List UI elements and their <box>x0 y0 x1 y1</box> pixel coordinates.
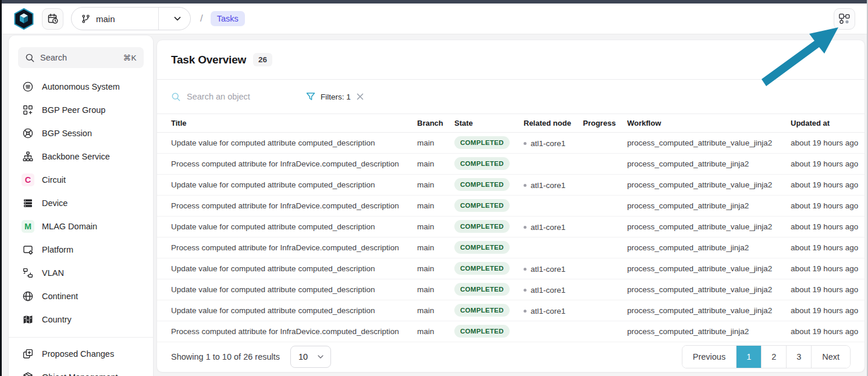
task-progress <box>583 195 627 216</box>
table-row[interactable]: Process computed attribute for InfraDevi… <box>157 321 865 342</box>
bgp-peer-group-icon <box>22 104 34 116</box>
sidebar-item-bgp-peer-group[interactable]: BGP Peer Group <box>18 98 144 122</box>
column-updated-at: Updated at <box>791 114 865 132</box>
clear-filters-icon[interactable] <box>356 93 364 101</box>
sidebar-item-label: Autonomous System <box>42 82 120 91</box>
node-dot-icon <box>524 184 527 187</box>
schema-icon <box>838 13 851 25</box>
task-workflow: process_computed_attribute_value_jinja2 <box>627 216 791 237</box>
task-branch: main <box>417 132 454 153</box>
table-row[interactable]: Process computed attribute for InfraDevi… <box>157 237 865 258</box>
table-row[interactable]: Update value for computed attribute comp… <box>157 216 865 237</box>
table-header-row: Title Branch State Related node Progress… <box>157 114 865 132</box>
top-navigation-bar: main / Tasks <box>2 3 867 34</box>
task-progress <box>583 174 627 195</box>
related-node: atl1-core1 <box>524 307 565 315</box>
infrahub-logo-icon <box>14 8 34 30</box>
branch-name: main <box>96 14 153 24</box>
pagination-next-button[interactable]: Next <box>811 346 850 368</box>
results-summary: Showing 1 to 10 of 26 results <box>171 352 280 361</box>
chevron-down-icon <box>316 353 325 361</box>
sidebar-item-backbone-service[interactable]: Backbone Service <box>18 145 144 168</box>
sidebar-item-label: BGP Session <box>42 129 92 138</box>
related-node: atl1-core1 <box>524 223 565 232</box>
task-workflow: process_computed_attribute_value_jinja2 <box>627 174 791 195</box>
task-progress <box>583 153 627 174</box>
status-badge: COMPLETED <box>454 178 510 191</box>
table-row[interactable]: Process computed attribute for InfraDevi… <box>157 195 865 216</box>
branch-selector[interactable]: main <box>71 7 191 30</box>
node-dot-icon <box>524 289 527 292</box>
task-progress <box>583 321 627 342</box>
sidebar-search[interactable]: Search ⌘K <box>18 47 144 68</box>
task-updated-at: about 19 hours ago <box>791 321 865 342</box>
task-progress <box>583 300 627 321</box>
status-badge: COMPLETED <box>454 157 510 170</box>
filter-bar: Search an object Filters: 1 <box>157 80 865 114</box>
status-badge: COMPLETED <box>454 325 510 338</box>
card-header: Task Overview 26 <box>157 40 865 80</box>
pagination-page-2[interactable]: 2 <box>761 346 786 368</box>
letter-c-icon: C <box>22 173 34 186</box>
task-title: Process computed attribute for InfraDevi… <box>157 237 417 258</box>
table-row[interactable]: Update value for computed attribute comp… <box>157 132 865 153</box>
sidebar-item-platform[interactable]: Platform <box>18 238 144 261</box>
sidebar-item-device[interactable]: Device <box>18 191 144 215</box>
status-badge: COMPLETED <box>454 304 510 317</box>
schema-visualizer-button[interactable] <box>834 8 855 30</box>
breadcrumb-tasks[interactable]: Tasks <box>211 11 245 26</box>
column-related-node: Related node <box>524 114 583 132</box>
table-row[interactable]: Update value for computed attribute comp… <box>157 300 865 321</box>
table-row[interactable]: Update value for computed attribute comp… <box>157 279 865 300</box>
page-size-select[interactable]: 10 <box>290 346 331 368</box>
sidebar-item-label: MLAG Domain <box>42 222 97 231</box>
pagination-page-1[interactable]: 1 <box>736 346 761 368</box>
sidebar-item-label: Circuit <box>42 175 66 185</box>
filters-count-label: Filters: 1 <box>321 93 351 101</box>
task-branch: main <box>417 258 454 279</box>
table-row[interactable]: Process computed attribute for InfraDevi… <box>157 153 865 174</box>
task-title: Process computed attribute for InfraDevi… <box>157 321 417 342</box>
time-travel-button[interactable] <box>42 8 63 30</box>
table-row[interactable]: Update value for computed attribute comp… <box>157 258 865 279</box>
table-row[interactable]: Update value for computed attribute comp… <box>157 174 865 195</box>
sidebar-item-vlan[interactable]: VLAN <box>18 261 144 285</box>
task-branch: main <box>417 300 454 321</box>
sidebar-item-object-management[interactable]: Object Management <box>18 366 144 376</box>
task-branch: main <box>417 321 454 342</box>
git-branch-icon <box>81 14 91 24</box>
sidebar-item-label: Backbone Service <box>42 152 110 161</box>
pagination-previous-button[interactable]: Previous <box>682 346 736 368</box>
task-updated-at: about 19 hours ago <box>791 132 865 153</box>
bgp-session-icon <box>22 127 34 140</box>
task-branch: main <box>417 279 454 300</box>
task-branch: main <box>417 195 454 216</box>
column-workflow: Workflow <box>627 114 791 132</box>
filter-funnel-icon[interactable] <box>306 92 315 101</box>
task-title: Update value for computed attribute comp… <box>157 300 417 321</box>
infrahub-logo[interactable] <box>13 8 34 30</box>
node-dot-icon <box>524 226 527 229</box>
status-badge: COMPLETED <box>454 199 510 212</box>
sidebar-item-mlag-domain[interactable]: MMLAG Domain <box>18 215 144 238</box>
sidebar-item-label: VLAN <box>42 268 64 278</box>
sidebar-item-bgp-session[interactable]: BGP Session <box>18 122 144 145</box>
related-node: atl1-core1 <box>524 286 565 295</box>
sidebar-item-autonomous-system[interactable]: Autonomous System <box>18 75 144 98</box>
sidebar-item-circuit[interactable]: CCircuit <box>18 168 144 191</box>
sidebar-item-country[interactable]: Country <box>18 308 144 331</box>
object-search-input[interactable]: Search an object <box>171 92 298 102</box>
breadcrumb-separator: / <box>200 13 203 24</box>
task-title: Update value for computed attribute comp… <box>157 132 417 153</box>
task-workflow: process_computed_attribute_value_jinja2 <box>627 132 791 153</box>
sidebar-item-continent[interactable]: Continent <box>18 285 144 308</box>
task-updated-at: about 19 hours ago <box>791 258 865 279</box>
task-updated-at: about 19 hours ago <box>791 216 865 237</box>
related-node: atl1-core1 <box>524 265 565 274</box>
sidebar-item-proposed-changes[interactable]: Proposed Changes <box>18 342 144 366</box>
task-updated-at: about 19 hours ago <box>791 279 865 300</box>
task-progress <box>583 237 627 258</box>
task-workflow: process_computed_attribute_jinja2 <box>627 153 791 174</box>
status-badge: COMPLETED <box>454 136 510 149</box>
pagination-page-3[interactable]: 3 <box>786 346 811 368</box>
